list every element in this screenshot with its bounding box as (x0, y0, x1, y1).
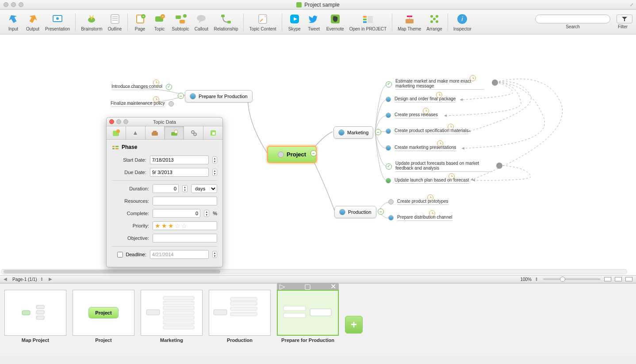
deadline-checkbox[interactable] (117, 252, 123, 258)
subtopic-button[interactable]: Subtopic (169, 12, 192, 31)
start-date-field[interactable] (150, 155, 209, 164)
tweet-button[interactable]: Tweet (304, 12, 324, 31)
add-slide-button[interactable] (345, 316, 363, 334)
skype-button[interactable]: Skype (285, 12, 304, 31)
dialog-tab-6[interactable] (203, 126, 222, 139)
svg-rect-3 (111, 15, 119, 23)
svg-rect-64 (112, 146, 115, 147)
play-slide-icon[interactable]: ▷ (280, 282, 285, 291)
presentation-button[interactable]: Presentation (42, 12, 73, 31)
collapse-icon[interactable]: − (310, 150, 317, 156)
slide-thumbnail-current[interactable]: ▷ ▢ ✕ Prepare for Production (277, 290, 339, 350)
subtopic[interactable]: Create product prototypes (388, 199, 448, 205)
topic-data-dialog[interactable]: Topic Data Phase Start Date: ▲▼ Due Date… (106, 117, 223, 267)
slide-thumbnail[interactable]: Production (209, 290, 271, 350)
subtopic[interactable]: Introduce changes control (111, 84, 172, 90)
resources-field[interactable] (153, 197, 217, 205)
subtopic[interactable]: Update launch plan based on forecast (386, 178, 469, 184)
topic-button[interactable]: + Topic (150, 12, 169, 31)
due-date-stepper[interactable]: ▲▼ (212, 169, 217, 176)
objective-field[interactable] (153, 234, 217, 243)
svg-rect-43 (163, 316, 194, 319)
dialog-tab-3[interactable] (146, 126, 165, 139)
complete-stepper[interactable]: ▲▼ (204, 210, 209, 217)
svg-point-1 (56, 17, 59, 20)
relationship-source-icon[interactable] (496, 163, 502, 169)
subtopic[interactable]: Create press releases (386, 112, 438, 118)
subtopic[interactable]: Create marketing presentations (386, 145, 456, 151)
map-theme-button[interactable]: Map Theme (395, 12, 424, 31)
duration-field[interactable] (153, 184, 179, 193)
collapse-icon[interactable]: − (178, 93, 184, 99)
duration-unit-select[interactable]: days (191, 184, 217, 193)
slide-thumbnail[interactable]: Project Project (73, 290, 134, 350)
page-stepper[interactable]: ▲▼ (41, 277, 45, 281)
scrollbar-thumb[interactable] (4, 270, 220, 273)
view-mode-2-icon[interactable] (615, 277, 622, 281)
duration-stepper[interactable]: ▲▼ (182, 185, 188, 192)
relationship-source-icon[interactable] (492, 80, 498, 86)
collapse-icon[interactable]: − (378, 209, 384, 215)
complete-field[interactable] (153, 209, 200, 218)
subtopic[interactable]: Finalize maintenance policy (111, 101, 174, 107)
minimize-dialog-icon[interactable] (116, 119, 121, 124)
close-dialog-icon[interactable] (109, 119, 114, 124)
prev-page-icon[interactable]: ◀ (4, 277, 9, 282)
evernote-button[interactable]: Evernote (324, 12, 347, 31)
subtopic[interactable]: Design and order final package (386, 96, 456, 102)
subtopic[interactable]: Estimate market and make more exact mark… (386, 79, 484, 90)
input-button[interactable]: Input (4, 12, 23, 31)
outline-button[interactable]: Outline (105, 12, 125, 31)
page-button[interactable]: + Page (130, 12, 150, 31)
callout-button[interactable]: Callout (192, 12, 211, 31)
status-dot-icon (386, 97, 391, 102)
fullscreen-icon[interactable]: ⤢ (630, 2, 633, 7)
due-date-field[interactable] (150, 168, 209, 177)
zoom-dialog-icon[interactable] (123, 119, 128, 124)
close-slide-icon[interactable]: ✕ (330, 282, 336, 291)
start-date-stepper[interactable]: ▲▼ (212, 156, 217, 163)
priority-field[interactable]: ★★★☆☆ (153, 221, 217, 230)
dialog-tab-5[interactable] (184, 126, 203, 139)
collapse-icon[interactable]: − (375, 129, 381, 135)
dialog-tab-4[interactable] (165, 126, 184, 139)
topic-prepare[interactable]: Prepare for Production (185, 90, 253, 102)
deadline-stepper[interactable]: ▲▼ (212, 251, 217, 258)
open-project-button[interactable]: Open in PROJECT (347, 12, 389, 31)
view-mode-1-icon[interactable] (604, 277, 611, 281)
dialog-tab-1[interactable] (107, 126, 126, 139)
topic-content-button[interactable]: Topic Content (246, 12, 279, 31)
subtopic[interactable]: Prepare distribution channel (388, 215, 452, 221)
priority-label: Priority: (112, 223, 149, 228)
topic-marketing[interactable]: Marketing (333, 126, 373, 139)
subtopic[interactable]: Update product forecasts based on market… (386, 161, 493, 172)
brainstorm-button[interactable]: Brainstorm (78, 12, 105, 31)
output-button[interactable]: Output (23, 12, 42, 31)
slide-thumbnail[interactable]: Marketing (141, 290, 203, 350)
slides-panel: Map Project Project Project Marketing Pr… (0, 283, 636, 356)
search-input[interactable] (535, 15, 610, 23)
zoom-stepper[interactable]: ▲▼ (535, 277, 540, 281)
mindmap-canvas[interactable]: Project − Prepare for Production − Intro… (0, 34, 636, 275)
svg-rect-25 (368, 16, 373, 23)
deadline-field[interactable] (150, 250, 209, 259)
snapshot-slide-icon[interactable]: ▢ (304, 282, 311, 291)
horizontal-scrollbar[interactable] (1, 269, 627, 274)
relationship-button[interactable]: Relationship (211, 12, 241, 31)
zoom-knob[interactable] (560, 277, 565, 282)
filter-button[interactable] (617, 15, 632, 23)
topic-center[interactable]: Project (267, 146, 317, 163)
dialog-tab-2[interactable] (126, 126, 146, 139)
view-mode-3-icon[interactable] (625, 277, 632, 281)
zoom-slider[interactable] (543, 278, 601, 280)
priority-stars[interactable]: ★★★☆☆ (155, 222, 187, 229)
svg-rect-22 (363, 16, 367, 18)
dialog-titlebar[interactable]: Topic Data (107, 118, 222, 126)
topic-production[interactable]: Production (334, 206, 376, 218)
subtopic[interactable]: Create product specification materials (386, 128, 468, 134)
inspector-button[interactable]: i Inspector (451, 12, 474, 31)
slide-thumbnail[interactable]: Map Project (4, 290, 66, 350)
arrange-button[interactable]: Arrange (424, 12, 445, 31)
clock-icon (437, 140, 443, 147)
next-page-icon[interactable]: ▶ (49, 277, 54, 282)
